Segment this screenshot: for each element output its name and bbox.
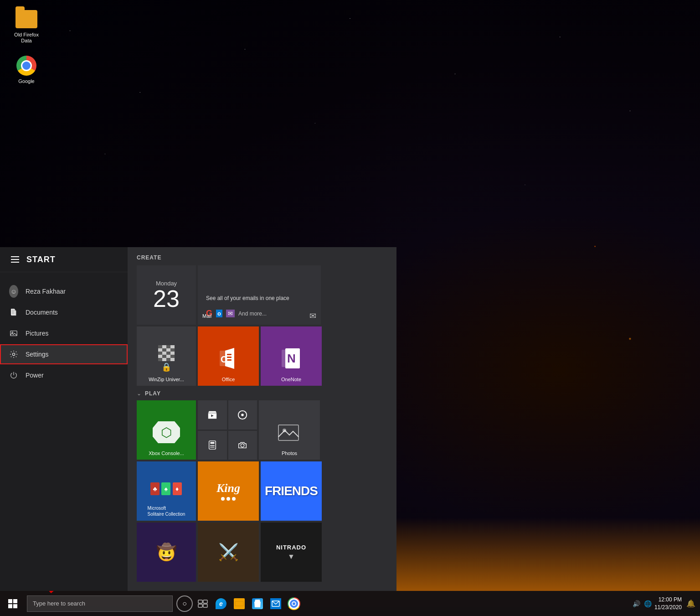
edge-taskbar-button[interactable]: e bbox=[212, 595, 230, 613]
calculator-tile[interactable] bbox=[198, 431, 227, 460]
small-tiles-group bbox=[198, 400, 257, 460]
svg-rect-29 bbox=[203, 604, 207, 607]
mail-tile-bottom: Mail ✉ bbox=[202, 311, 316, 321]
svg-rect-1 bbox=[10, 331, 17, 336]
mail-tile[interactable]: See all of your emails in one place G o … bbox=[198, 265, 321, 325]
play-section-header: ⌄ Play bbox=[137, 390, 387, 397]
office-icon-area: O bbox=[201, 340, 255, 377]
store-icon bbox=[252, 598, 263, 609]
start-nav-user-label: Reza Fakhaar bbox=[26, 288, 66, 295]
calendar-day-number: 23 bbox=[153, 287, 180, 311]
start-menu-tiles: Create Monday 23 See all of your emails … bbox=[128, 247, 396, 591]
mail-tile-label: Mail bbox=[202, 313, 211, 319]
solitaire-icon-area: ♣ ♠ ♦ bbox=[140, 469, 192, 505]
battle-game-tile[interactable]: ⚔️ bbox=[198, 523, 259, 582]
start-nav-settings[interactable]: Settings bbox=[0, 344, 128, 364]
svg-rect-28 bbox=[198, 604, 202, 607]
groove-music-tile[interactable] bbox=[228, 400, 257, 430]
chrome-taskbar-icon bbox=[288, 597, 300, 610]
zip-lock-icon: 🔒 bbox=[161, 362, 171, 372]
svg-text:N: N bbox=[287, 352, 296, 365]
xbox-tile[interactable]: ⬡ Xbox Console... bbox=[137, 400, 196, 460]
svg-rect-20 bbox=[211, 447, 213, 448]
start-nav-documents[interactable]: Documents bbox=[0, 302, 128, 322]
task-view-button[interactable] bbox=[194, 595, 212, 613]
office-logo-icon: O bbox=[217, 347, 240, 370]
play-tiles-row3: 🤠 ⚔️ NITRADO ▼ bbox=[137, 523, 387, 582]
office-label: Office bbox=[222, 377, 235, 382]
nitrado-label: NITRADO bbox=[276, 544, 306, 551]
date-value: 11/23/2020 bbox=[654, 604, 682, 611]
create-tiles-row2: 🔒 WinZip Univer... bbox=[137, 326, 387, 386]
desktop-icon-chrome[interactable]: Google bbox=[8, 55, 45, 84]
start-button[interactable] bbox=[0, 591, 25, 616]
start-nav-pictures[interactable]: Pictures bbox=[0, 323, 128, 343]
svg-rect-26 bbox=[198, 600, 202, 603]
mail-tile-header: See all of your emails in one place bbox=[201, 290, 294, 306]
volume-icon[interactable]: 🔊 bbox=[633, 600, 640, 607]
friends-icon-area: FRIENDS bbox=[264, 465, 318, 517]
edge-icon: e bbox=[216, 598, 226, 609]
movies-tile[interactable] bbox=[198, 400, 227, 430]
svg-rect-18 bbox=[213, 445, 215, 446]
start-nav-documents-label: Documents bbox=[26, 309, 58, 316]
onenote-tile[interactable]: N OneNote bbox=[261, 326, 322, 386]
play-collapse-arrow[interactable]: ⌄ bbox=[137, 390, 141, 397]
start-nav-power[interactable]: Power bbox=[0, 365, 128, 385]
king-tile[interactable]: King bbox=[198, 461, 259, 521]
xbox-label: Xbox Console... bbox=[149, 450, 184, 456]
play-tiles-row2: ♣ ♠ ♦ MicrosoftSolitaire Collection King bbox=[137, 461, 387, 521]
photos-tile[interactable]: Photos bbox=[259, 400, 320, 460]
documents-icon bbox=[9, 308, 18, 317]
camera-tile[interactable] bbox=[228, 431, 257, 460]
battle-icon-area: ⚔️ bbox=[201, 526, 255, 578]
photos-icon-area bbox=[262, 414, 316, 450]
chrome-icon bbox=[15, 55, 37, 77]
solitaire-tile[interactable]: ♣ ♠ ♦ MicrosoftSolitaire Collection bbox=[137, 461, 196, 521]
svg-rect-23 bbox=[278, 425, 299, 440]
start-menu: START ☺ Reza Fakhaar bbox=[0, 247, 396, 591]
xbox-logo-icon: ⬡ bbox=[153, 421, 180, 443]
nitrado-content: NITRADO ▼ bbox=[276, 544, 306, 561]
svg-point-30 bbox=[256, 603, 257, 604]
play-section-label: Play bbox=[145, 390, 161, 397]
cowboy-game-tile[interactable]: 🤠 bbox=[137, 523, 196, 582]
svg-point-13 bbox=[242, 414, 244, 416]
desktop-icon-chrome-label: Google bbox=[18, 78, 34, 84]
office-tile[interactable]: O Office bbox=[198, 326, 259, 386]
chrome-taskbar-button[interactable] bbox=[285, 595, 303, 613]
notification-icon[interactable]: 🔔 bbox=[686, 599, 695, 608]
clock[interactable]: 12:00 PM 11/23/2020 bbox=[654, 596, 682, 611]
time-value: 12:00 PM bbox=[654, 596, 682, 604]
calendar-tile[interactable]: Monday 23 bbox=[137, 265, 196, 325]
onenote-label: OneNote bbox=[281, 377, 301, 382]
start-nav-settings-label: Settings bbox=[26, 351, 49, 358]
svg-point-22 bbox=[241, 444, 244, 447]
onenote-logo-icon: N bbox=[280, 347, 303, 370]
photos-label: Photos bbox=[282, 450, 297, 456]
solitaire-cards-icon: ♣ ♠ ♦ bbox=[150, 482, 182, 495]
friends-logo-text: FRIENDS bbox=[265, 484, 318, 498]
pictures-icon bbox=[9, 329, 18, 338]
mail-taskbar-icon bbox=[270, 598, 281, 609]
xbox-icon-area: ⬡ bbox=[140, 414, 192, 450]
cortana-button[interactable]: ○ bbox=[175, 595, 194, 613]
store-taskbar-button[interactable] bbox=[248, 595, 267, 613]
desktop-icon-label: Old FirefoxData bbox=[14, 32, 39, 44]
xbox-x-icon: ⬡ bbox=[161, 425, 172, 440]
folder-icon bbox=[15, 8, 37, 30]
winzip-icon-area: 🔒 bbox=[140, 340, 192, 377]
start-nav-user[interactable]: ☺ Reza Fakhaar bbox=[0, 281, 128, 301]
desktop-icon-firefox-data[interactable]: Old FirefoxData bbox=[8, 8, 45, 44]
start-nav-power-label: Power bbox=[26, 372, 44, 379]
power-icon bbox=[9, 371, 18, 380]
friends-tile[interactable]: FRIENDS bbox=[261, 461, 322, 521]
mail-taskbar-button[interactable] bbox=[267, 595, 285, 613]
winzip-tile[interactable]: 🔒 WinZip Univer... bbox=[137, 326, 196, 386]
nitrado-tile[interactable]: NITRADO ▼ bbox=[261, 523, 322, 582]
king-icon-area: King bbox=[201, 465, 255, 517]
explorer-taskbar-button[interactable] bbox=[230, 595, 248, 613]
svg-rect-17 bbox=[211, 445, 213, 446]
network-icon[interactable]: 🌐 bbox=[644, 600, 652, 607]
hamburger-menu[interactable] bbox=[9, 254, 21, 264]
